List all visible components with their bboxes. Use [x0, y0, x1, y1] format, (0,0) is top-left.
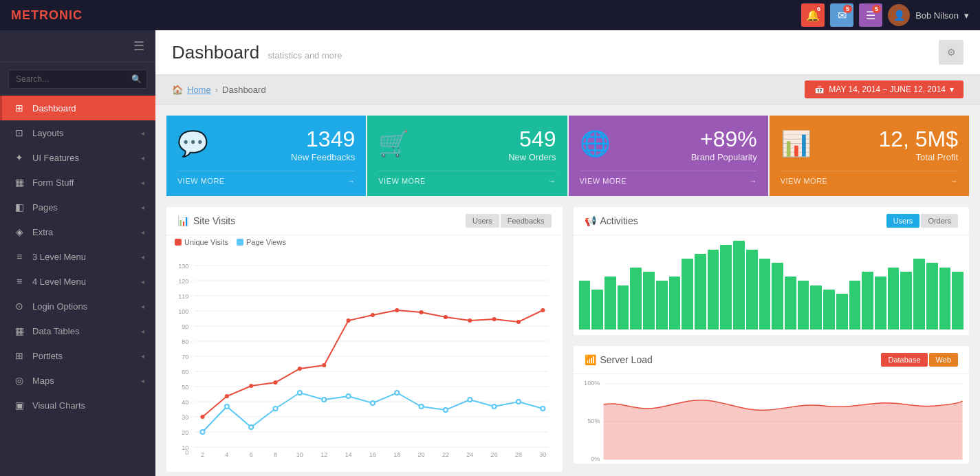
user-dropdown-icon: ▾	[964, 10, 969, 21]
activity-bar	[605, 277, 616, 329]
svg-point-62	[322, 398, 326, 402]
logo: METRONIC	[11, 8, 83, 23]
sidebar-item-extra[interactable]: ◈ Extra ◂	[0, 219, 155, 244]
svg-text:14: 14	[345, 451, 352, 458]
legend-label-pageviews: Page Views	[246, 238, 286, 246]
sidebar-item-3-level-menu[interactable]: ≡ 3 Level Menu ◂	[0, 244, 155, 269]
legend-unique-visits: Unique Visits	[175, 238, 228, 246]
search-icon: 🔍	[131, 74, 142, 84]
nav-icon-form-stuff: ▦	[13, 177, 25, 188]
nav-icon-visual-charts: ▣	[13, 400, 25, 411]
user-menu[interactable]: 👤 Bob Nilson ▾	[888, 4, 969, 26]
nav-icon-4-level-menu: ≡	[13, 276, 25, 287]
sidebar-item-maps[interactable]: ◎ Maps ◂	[0, 368, 155, 393]
activity-bar	[733, 241, 745, 329]
messages-btn[interactable]: ✉ 5	[830, 3, 853, 27]
sidebar-item-portlets[interactable]: ⊞ Portlets ◂	[0, 343, 155, 368]
breadcrumb-home[interactable]: Home	[187, 85, 211, 95]
nav-arrow-icon: ◂	[141, 179, 144, 186]
tab-database[interactable]: Database	[881, 353, 927, 367]
activity-bar	[656, 281, 668, 329]
sidebar-item-dashboard[interactable]: ⊞ Dashboard	[0, 96, 155, 120]
stat-card-value-feedbacks: 1349	[291, 127, 355, 152]
legend-dot-blue	[237, 239, 243, 246]
activities-header: 📢 Activities Users Orders	[574, 207, 970, 235]
svg-point-55	[516, 320, 521, 324]
view-more-label: VIEW MORE	[781, 177, 828, 185]
activity-bar	[720, 245, 732, 329]
site-visits-tabs: Users Feedbacks	[466, 214, 552, 228]
svg-text:30: 30	[182, 414, 188, 421]
site-visits-panel: 📊 Site Visits Users Feedbacks Unique Vis…	[166, 207, 563, 472]
svg-point-53	[468, 318, 472, 323]
date-range-button[interactable]: 📅 MAY 14, 2014 – JUNE 12, 2014 ▾	[805, 80, 963, 98]
tasks-btn[interactable]: ☰ 5	[859, 3, 882, 27]
sidebar-item-4-level-menu[interactable]: ≡ 4 Level Menu ◂	[0, 269, 155, 294]
nav-arrow-icon: ◂	[141, 352, 144, 360]
hamburger-btn[interactable]: ☰	[133, 39, 144, 54]
stat-card-top: 🌐 +89% Brand Popularity	[580, 127, 757, 162]
sidebar-item-data-tables[interactable]: ▦ Data Tables ◂	[0, 318, 155, 343]
charts-row: 📊 Site Visits Users Feedbacks Unique Vis…	[166, 207, 969, 472]
svg-point-70	[516, 400, 521, 404]
sidebar-item-pages[interactable]: ◧ Pages ◂	[0, 195, 155, 219]
svg-point-61	[298, 391, 302, 395]
server-load-header: 📶 Server Load Database Web	[574, 346, 970, 374]
svg-point-49	[371, 313, 375, 317]
svg-text:26: 26	[491, 451, 498, 458]
stat-card-profit: 📊 12, 5M$ Total Profit VIEW MORE →	[770, 116, 969, 196]
svg-point-67	[444, 408, 448, 412]
tab-activities-orders[interactable]: Orders	[921, 214, 958, 228]
nav-arrow-icon: ◂	[141, 253, 144, 261]
nav-arrow-icon: ◂	[141, 303, 144, 310]
arrow-right-icon: →	[548, 177, 556, 185]
nav-icon-portlets: ⊞	[13, 350, 25, 361]
stat-card-footer-profit[interactable]: VIEW MORE →	[781, 171, 958, 185]
sidebar-header: ☰	[0, 30, 155, 63]
activity-bar	[708, 250, 719, 329]
nav-arrow-icon: ◂	[141, 204, 144, 211]
svg-point-44	[249, 384, 253, 388]
svg-text:8: 8	[274, 451, 277, 458]
search-input[interactable]	[8, 69, 147, 89]
sidebar-item-visual-charts[interactable]: ▣ Visual Charts	[0, 393, 155, 418]
tab-users[interactable]: Users	[466, 214, 499, 228]
svg-point-42	[200, 415, 204, 419]
stat-card-footer-feedbacks[interactable]: VIEW MORE →	[177, 171, 355, 185]
sidebar-item-form-stuff[interactable]: ▦ Form Stuff ◂	[0, 170, 155, 195]
svg-point-64	[371, 401, 375, 405]
stat-card-footer-orders[interactable]: VIEW MORE →	[378, 171, 556, 185]
activities-chart	[574, 235, 970, 335]
sidebar-item-login-options[interactable]: ⊙ Login Options ◂	[0, 294, 155, 318]
tab-feedbacks[interactable]: Feedbacks	[501, 214, 552, 228]
stat-card-label-feedbacks: New Feedbacks	[291, 152, 355, 162]
svg-text:120: 120	[178, 278, 188, 285]
svg-text:110: 110	[178, 293, 188, 300]
activity-bar	[630, 268, 642, 329]
activity-bar	[900, 272, 912, 329]
svg-point-52	[444, 315, 448, 319]
activity-bar	[746, 250, 758, 329]
svg-point-69	[492, 404, 497, 409]
nav-label-data-tables: Data Tables	[32, 326, 134, 336]
settings-button[interactable]: ⚙	[939, 40, 963, 65]
sidebar-item-ui-features[interactable]: ✦ UI Features ◂	[0, 145, 155, 170]
svg-text:6: 6	[250, 451, 253, 458]
activity-bar	[682, 259, 693, 329]
notifications-btn[interactable]: 🔔 6	[801, 3, 825, 27]
tab-web[interactable]: Web	[929, 353, 958, 367]
nav-icon-data-tables: ▦	[13, 325, 25, 336]
tab-activities-users[interactable]: Users	[886, 214, 920, 228]
activities-title: 📢 Activities	[585, 215, 638, 226]
svg-point-57	[200, 430, 204, 434]
right-panels: 📢 Activities Users Orders	[574, 207, 970, 472]
svg-text:80: 80	[182, 338, 188, 345]
activity-bar	[591, 290, 603, 329]
stat-card-footer-popularity[interactable]: VIEW MORE →	[580, 171, 757, 185]
sidebar-item-layouts[interactable]: ⊡ Layouts ◂	[0, 120, 155, 145]
stat-card-icon-feedbacks: 💬	[177, 129, 208, 158]
messages-badge: 5	[843, 5, 852, 13]
stat-card-top: 💬 1349 New Feedbacks	[177, 127, 355, 162]
svg-text:50: 50	[182, 384, 188, 391]
svg-text:2: 2	[201, 451, 204, 458]
